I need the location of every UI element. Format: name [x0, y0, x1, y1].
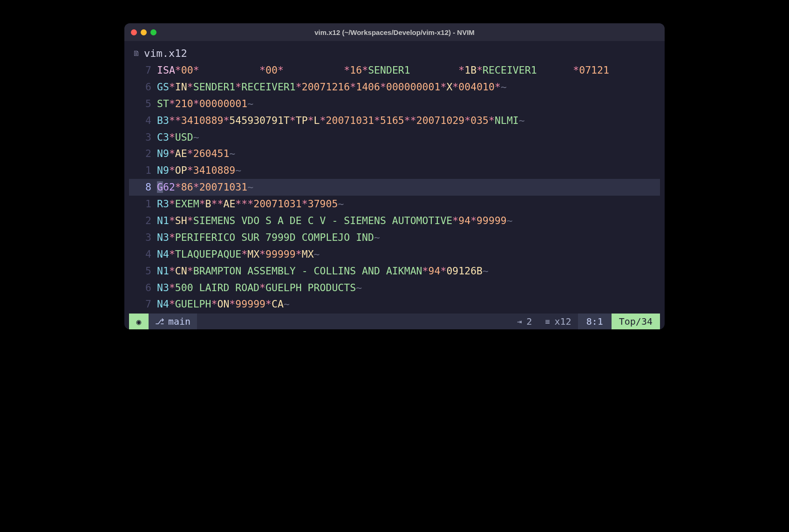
token: X: [446, 81, 452, 93]
token: *: [169, 148, 175, 159]
token: 94: [429, 265, 441, 277]
line-content[interactable]: GS*IN*SENDER1*RECEIVER1*20071216*1406*00…: [157, 79, 660, 95]
token: *: [217, 198, 223, 210]
token: *: [169, 115, 175, 126]
token: *: [169, 282, 175, 293]
token: ~: [235, 164, 241, 176]
line-content[interactable]: G62*86*20071031~: [157, 179, 660, 196]
token: C3: [157, 131, 169, 143]
token: N9: [157, 164, 169, 176]
token: *: [175, 181, 181, 193]
editor-area[interactable]: 7ISA*00* *00* *16*SENDER1 *1B*RECEIVER1 …: [129, 62, 660, 313]
line-content[interactable]: N1*SH*SIEMENS VDO S A DE C V - SIEMENS A…: [157, 212, 660, 229]
token: SENDER1: [368, 64, 458, 76]
token: 20071031: [253, 198, 302, 210]
token: ON: [217, 298, 229, 310]
editor-line[interactable]: 2N1*SH*SIEMENS VDO S A DE C V - SIEMENS …: [129, 212, 660, 229]
editor-line[interactable]: 6N3*500 LAIRD ROAD*GUELPH PRODUCTS~: [129, 280, 660, 296]
line-content[interactable]: N3*PERIFERICO SUR 7999D COMPLEJO IND~: [157, 229, 660, 246]
token: *: [211, 298, 218, 310]
token: *: [235, 198, 241, 210]
editor-line[interactable]: 5N1*CN*BRAMPTON ASSEMBLY - COLLINS AND A…: [129, 263, 660, 280]
token: 99999: [265, 248, 296, 260]
window-title: vim.x12 (~/Workspaces/Develop/vim-x12) -…: [314, 28, 475, 36]
line-content[interactable]: N9*OP*3410889~: [157, 162, 660, 179]
token: *: [296, 248, 302, 260]
minimize-button[interactable]: [141, 29, 147, 35]
editor-line[interactable]: 6GS*IN*SENDER1*RECEIVER1*20071216*1406*0…: [129, 79, 660, 95]
editor-line[interactable]: 5ST*210*00000001~: [129, 95, 660, 112]
filetype-value: x12: [555, 316, 571, 327]
line-content[interactable]: N3*500 LAIRD ROAD*GUELPH PRODUCTS~: [157, 280, 660, 296]
token: ~: [247, 98, 253, 109]
editor-line[interactable]: 4B3**3410889*545930791T*TP*L*20071031*51…: [129, 112, 660, 129]
token: *: [440, 81, 446, 93]
token: *: [169, 232, 175, 243]
tab-bar: 🗎 vim.x12: [129, 48, 660, 59]
editor-line[interactable]: 1N9*OP*3410889~: [129, 162, 660, 179]
editor-line[interactable]: 3C3*USD~: [129, 129, 660, 146]
token: ~: [193, 131, 199, 143]
token: *: [380, 81, 386, 93]
token: *: [169, 131, 175, 143]
token: 99999: [476, 215, 507, 226]
token: *: [241, 198, 247, 210]
line-content[interactable]: N4*TLAQUEPAQUE*MX*99999*MX~: [157, 246, 660, 263]
token: *: [278, 64, 284, 76]
token: *: [476, 64, 483, 76]
token: RECEIVER1: [241, 81, 296, 93]
token: *: [489, 115, 495, 126]
line-content[interactable]: N1*CN*BRAMPTON ASSEMBLY - COLLINS AND AI…: [157, 263, 660, 280]
token: NLMI: [495, 115, 519, 126]
token: 20071031: [199, 181, 248, 193]
editor-line[interactable]: 1R3*EXEM*B**AE***20071031*37905~: [129, 196, 660, 212]
token: MX: [247, 248, 259, 260]
line-content[interactable]: N9*AE*260451~: [157, 145, 660, 162]
tab-filename[interactable]: vim.x12: [144, 48, 187, 59]
line-content[interactable]: R3*EXEM*B**AE***20071031*37905~: [157, 196, 660, 212]
token: *: [422, 265, 429, 277]
token: 94: [458, 215, 470, 226]
token: *: [169, 248, 175, 260]
token: *: [175, 115, 181, 126]
editor-line[interactable]: 8G62*86*20071031~: [129, 179, 660, 196]
token: *: [410, 115, 416, 126]
line-content[interactable]: B3**3410889*545930791T*TP*L*20071031*516…: [157, 112, 660, 129]
token: PERIFERICO SUR 7999D COMPLEJO IND: [175, 232, 374, 243]
token: 210: [175, 98, 193, 109]
editor-line[interactable]: 7ISA*00* *00* *16*SENDER1 *1B*RECEIVER1 …: [129, 62, 660, 79]
line-content[interactable]: ST*210*00000001~: [157, 95, 660, 112]
line-number: 3: [129, 229, 157, 246]
token: *: [350, 81, 356, 93]
token: TP: [296, 115, 308, 126]
maximize-button[interactable]: [150, 29, 156, 35]
token: *: [440, 265, 446, 277]
line-content[interactable]: ISA*00* *00* *16*SENDER1 *1B*RECEIVER1 *…: [157, 62, 660, 79]
line-content[interactable]: N4*GUELPH*ON*99999*CA~: [157, 296, 660, 313]
token: *: [344, 64, 350, 76]
token: 16: [350, 64, 362, 76]
branch-icon: ⎇: [155, 317, 164, 326]
line-content[interactable]: C3*USD~: [157, 129, 660, 146]
editor-line[interactable]: 3N3*PERIFERICO SUR 7999D COMPLEJO IND~: [129, 229, 660, 246]
line-number: 6: [129, 79, 157, 95]
line-number: 1: [129, 162, 157, 179]
token: *: [169, 215, 175, 226]
token: *: [470, 215, 476, 226]
token: ~: [374, 232, 380, 243]
line-number: 7: [129, 62, 157, 79]
token: CA: [272, 298, 284, 310]
token: N3: [157, 282, 169, 293]
editor-line[interactable]: 4N4*TLAQUEPAQUE*MX*99999*MX~: [129, 246, 660, 263]
token: *: [259, 248, 265, 260]
token: 3410889: [193, 164, 236, 176]
editor-line[interactable]: 7N4*GUELPH*ON*99999*CA~: [129, 296, 660, 313]
titlebar[interactable]: vim.x12 (~/Workspaces/Develop/vim-x12) -…: [124, 23, 665, 41]
token: N4: [157, 298, 169, 310]
line-number: 7: [129, 296, 157, 313]
editor-line[interactable]: 2N9*AE*260451~: [129, 145, 660, 162]
token: *: [404, 115, 410, 126]
token: ISA: [157, 64, 175, 76]
token: *: [296, 81, 302, 93]
close-button[interactable]: [131, 29, 137, 35]
